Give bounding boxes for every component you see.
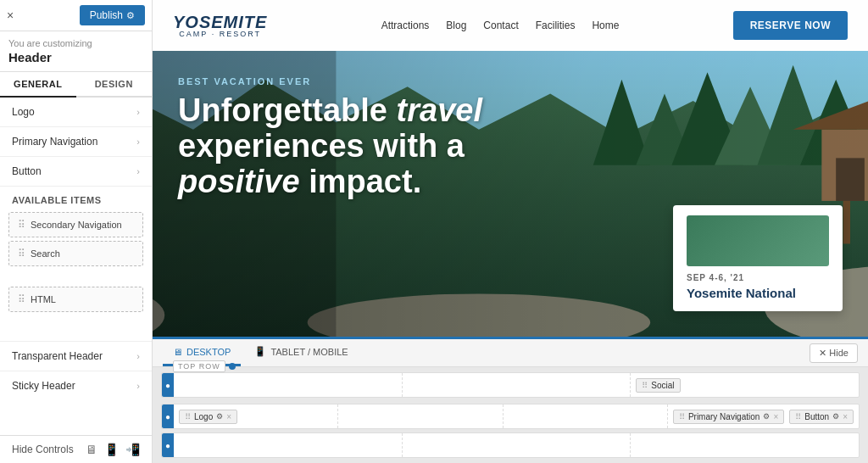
menu-item-logo-label: Logo [12, 106, 35, 118]
monitor-icon: 🖥 [173, 347, 182, 357]
drag-item-html[interactable]: ⠿ HTML [8, 287, 143, 312]
chevron-right-icon: › [136, 137, 140, 147]
hero-tagline: BEST VACATION EVER [178, 76, 482, 86]
controls-icons: 🖥 📱 📲 [86, 443, 140, 456]
site-header-preview: YOSEMITE Camp · Resort Attractions Blog … [153, 0, 868, 51]
panel-section: Logo › Primary Navigation › Button › Ava… [0, 98, 152, 435]
hero-title-line2: experiences with a [178, 128, 465, 164]
builder-row-main: ● ⠿ Logo ⚙ × ⠿ [161, 404, 860, 429]
primary-nav-cell-item[interactable]: ⠿ Primary Navigation ⚙ × [673, 410, 784, 424]
card-title: Yosemite National [687, 286, 829, 301]
close-icon[interactable]: × [773, 412, 778, 421]
top-row-dot [229, 363, 236, 370]
primary-nav-cell-label: Primary Navigation [688, 412, 760, 421]
row-cell-top-2 [403, 373, 632, 397]
hero-section: BEST VACATION EVER Unforgettable travel … [153, 51, 868, 337]
gear-icon: ⚙ [126, 10, 135, 21]
menu-item-button[interactable]: Button › [0, 157, 152, 187]
drag-handle-icon: ⠿ [642, 381, 648, 390]
menu-item-transparent-header[interactable]: Transparent Header › [0, 341, 152, 371]
row-handle-bottom[interactable]: ● [162, 433, 174, 457]
drag-item-secondary-nav[interactable]: ⠿ Secondary Navigation [8, 212, 143, 237]
drag-item-label: Secondary Navigation [31, 220, 122, 230]
close-icon[interactable]: × [7, 8, 14, 22]
top-bar: × Publish ⚙ [0, 0, 152, 31]
drag-handle-icon: ⠿ [18, 248, 25, 259]
drag-item-label: HTML [31, 294, 56, 304]
row-handle-main[interactable]: ● [162, 404, 174, 428]
handle-icon: ● [165, 441, 170, 450]
card-date: SEP 4-6, '21 [687, 273, 829, 282]
gear-icon[interactable]: ⚙ [216, 412, 223, 421]
builder-row-top: ● ⠿ Social [161, 372, 860, 398]
logo-cell-item[interactable]: ⠿ Logo ⚙ × [179, 410, 237, 424]
top-row-label: TOP ROW [173, 360, 225, 372]
row-cells-main: ⠿ Logo ⚙ × ⠿ Primary Navigation ⚙ [174, 404, 859, 428]
sticky-header-label: Sticky Header [12, 380, 75, 392]
chevron-right-icon: › [136, 381, 140, 391]
tab-design[interactable]: DESIGN [76, 72, 153, 96]
transparent-header-label: Transparent Header [12, 350, 103, 362]
nav-item-blog[interactable]: Blog [446, 20, 466, 31]
row-cell-top-3: ⠿ Social [631, 373, 859, 397]
builder-row-bottom: ● [161, 432, 860, 458]
menu-item-button-label: Button [12, 165, 42, 177]
nav-item-facilities[interactable]: Facilities [536, 20, 576, 31]
close-icon[interactable]: × [226, 412, 231, 421]
builder-rows: TOP ROW ● ⠿ Social [153, 367, 868, 463]
nav-item-contact[interactable]: Contact [483, 20, 518, 31]
row-cells-top: ⠿ Social [174, 373, 859, 397]
hero-title-line3: positive impact. [178, 164, 421, 199]
left-panel: × Publish ⚙ You are customizing Header G… [0, 0, 153, 463]
row-cell-top-1 [174, 373, 403, 397]
drag-item-label: Search [31, 248, 60, 259]
row-cell-main-2 [338, 404, 503, 428]
gear-icon[interactable]: ⚙ [832, 412, 839, 421]
logo-main-text: YOSEMITE [173, 14, 267, 31]
social-item[interactable]: ⠿ Social [636, 378, 680, 393]
menu-item-logo[interactable]: Logo › [0, 98, 152, 127]
row-handle-top[interactable]: ● [162, 373, 174, 397]
tabs-bar: GENERAL DESIGN [0, 72, 152, 98]
monitor-icon: 🖥 [86, 443, 97, 456]
button-cell-item[interactable]: ⠿ Button ⚙ × [789, 410, 854, 424]
reserve-now-button[interactable]: RESERVE NOW [733, 11, 848, 40]
view-tabs-bar: 🖥 DESKTOP 📱 TABLET / MOBILE ✕ Hide [153, 339, 868, 367]
customizing-title: Header [0, 50, 152, 72]
social-label: Social [651, 381, 674, 390]
row-cell-main-4: ⠿ Primary Navigation ⚙ × ⠿ Button ⚙ × [668, 404, 859, 428]
tab-desktop-label: DESKTOP [186, 347, 231, 357]
nav-item-home[interactable]: Home [592, 20, 619, 31]
row-cell-bottom-2 [403, 433, 632, 457]
available-items-label: Available Items [0, 187, 152, 209]
logo-cell-label: Logo [194, 412, 213, 421]
hide-button[interactable]: ✕ Hide [810, 343, 858, 363]
tablet-icon: 📱 [104, 443, 119, 456]
close-icon[interactable]: × [843, 412, 848, 421]
menu-item-primary-nav[interactable]: Primary Navigation › [0, 127, 152, 157]
gear-icon[interactable]: ⚙ [763, 412, 770, 421]
tab-tablet-mobile[interactable]: 📱 TABLET / MOBILE [244, 339, 358, 366]
chevron-right-icon: › [136, 107, 140, 117]
handle-icon: ● [165, 381, 170, 390]
drag-item-search[interactable]: ⠿ Search [8, 241, 143, 266]
publish-button[interactable]: Publish ⚙ [80, 5, 145, 25]
site-logo: YOSEMITE Camp · Resort [173, 14, 267, 38]
tab-general[interactable]: GENERAL [0, 72, 76, 98]
card-thumbnail [687, 215, 829, 266]
hero-title: Unforgettable travel experiences with a … [178, 93, 482, 199]
main-area: YOSEMITE Camp · Resort Attractions Blog … [153, 0, 868, 463]
menu-item-sticky-header[interactable]: Sticky Header › [0, 371, 152, 400]
drag-handle-icon: ⠿ [185, 412, 191, 421]
row-cells-bottom [174, 433, 859, 457]
row-cell-main-3 [504, 404, 668, 428]
hide-controls-label: Hide Controls [12, 443, 74, 455]
hide-controls-bar[interactable]: Hide Controls 🖥 📱 📲 [0, 435, 152, 463]
nav-item-attractions[interactable]: Attractions [381, 20, 430, 31]
tablet-icon: 📱 [254, 346, 266, 357]
chevron-right-icon: › [136, 166, 140, 176]
mobile-icon: 📲 [125, 443, 140, 456]
hero-card: SEP 4-6, '21 Yosemite National [673, 205, 843, 311]
row-cell-bottom-1 [174, 433, 403, 457]
logo-sub-text: Camp · Resort [179, 31, 261, 38]
